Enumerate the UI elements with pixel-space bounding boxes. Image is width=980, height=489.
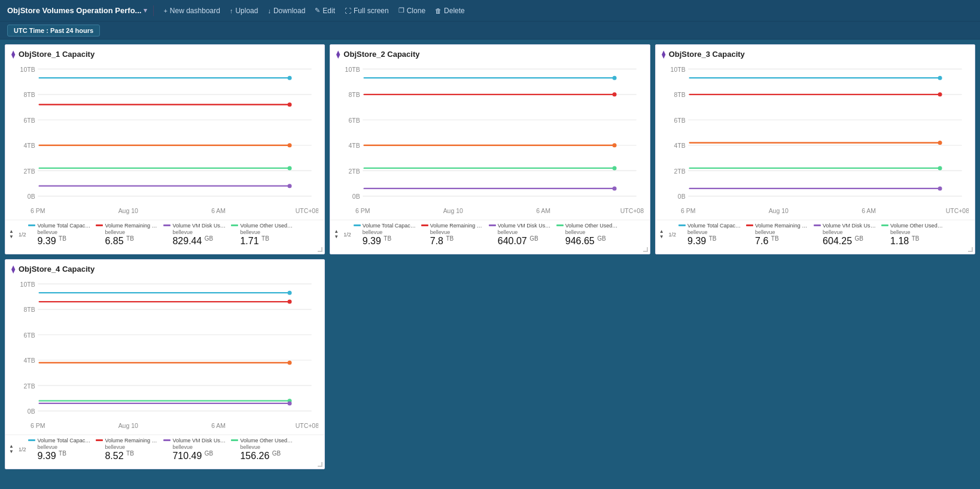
metric-sub-1-4: bellevue [240, 229, 294, 235]
arrow-up-icon[interactable]: ▲ [334, 229, 339, 234]
chart-area-1: 10TB8TB6TB4TB2TB0B6 PMAug 106 AMUTC+08:0… [5, 61, 324, 220]
svg-point-17 [288, 76, 292, 80]
svg-point-69 [938, 76, 942, 80]
metric-label-4-3: Volume VM Disk Used ... [172, 438, 226, 444]
panel-header-3: ⧫ ObjStore_3 Capacity [656, 45, 975, 61]
metric-item-1-2: Volume Remaining Cap... bellevue 6.85 TB [96, 223, 159, 247]
nav-arrows-2: ▲ ▼ [334, 229, 339, 239]
metric-sub-2-2: bellevue [430, 229, 484, 235]
metric-color-bar [678, 224, 686, 226]
upload-label: Upload [235, 7, 258, 15]
svg-point-97 [288, 300, 292, 304]
clone-button[interactable]: ❐ Clone [395, 5, 429, 16]
metric-sub-3-3: bellevue [823, 229, 876, 235]
header: ObjStore Volumes Operation Perfo... ▾ + … [0, 0, 980, 22]
filter-icon[interactable]: ⧫ [11, 265, 15, 274]
arrow-down-icon[interactable]: ▼ [9, 235, 14, 239]
time-prefix: UTC Time : [14, 27, 50, 34]
svg-text:UTC+08:00: UTC+08:00 [296, 423, 319, 429]
panel-resize-corner[interactable] [318, 462, 322, 467]
chevron-down-icon[interactable]: ▾ [144, 7, 147, 14]
download-button[interactable]: ↓ Download [264, 5, 309, 16]
edit-icon: ✎ [315, 7, 320, 14]
page-title: ObjStore Volumes Operation Perfo... ▾ [7, 6, 147, 15]
delete-icon: 🗑 [435, 7, 442, 14]
arrow-down-icon[interactable]: ▼ [659, 235, 664, 239]
metric-sub-2-4: bellevue [565, 229, 619, 235]
edit-button[interactable]: ✎ Edit [311, 5, 339, 16]
header-divider [153, 5, 154, 16]
arrow-down-icon[interactable]: ▼ [334, 235, 339, 239]
panel-header-4: ⧫ ObjStore_4 Capacity [5, 260, 324, 276]
svg-text:6 PM: 6 PM [31, 423, 45, 429]
metric-color-bar [231, 439, 238, 441]
filter-icon[interactable]: ⧫ [662, 50, 665, 59]
metric-item-3-4: Volume Other Used Ca... bellevue 1.18 TB [881, 223, 944, 247]
page-indicator-1: 1/2 [19, 232, 26, 238]
svg-text:UTC+08:00: UTC+08:00 [945, 208, 969, 214]
upload-button[interactable]: ↑ Upload [226, 5, 262, 16]
arrow-down-icon[interactable]: ▼ [9, 449, 14, 454]
svg-point-49 [613, 166, 617, 170]
fullscreen-icon: ⛶ [345, 7, 351, 14]
panel-title-2: ObjStore_2 Capacity [343, 50, 419, 59]
metric-item-1-1: Volume Total Capacit... bellevue 9.39 TB [28, 223, 91, 247]
download-icon: ↓ [267, 7, 271, 14]
metric-label-4-1: Volume Total Capacit... [37, 438, 91, 444]
svg-text:2TB: 2TB [23, 383, 35, 390]
arrow-up-icon[interactable]: ▲ [659, 229, 664, 234]
metric-value-2-3: 640.07 GB [498, 235, 552, 247]
metric-value-1-4: 1.71 TB [240, 235, 294, 247]
svg-text:Aug 10: Aug 10 [118, 208, 138, 214]
arrow-up-icon[interactable]: ▲ [9, 229, 14, 234]
svg-point-51 [613, 186, 617, 190]
fullscreen-button[interactable]: ⛶ Full screen [341, 5, 392, 16]
metric-label-1-3: Volume VM Disk Used ... [172, 223, 226, 229]
delete-button[interactable]: 🗑 Delete [431, 5, 468, 16]
panel-2: ⧫ ObjStore_2 Capacity 10TB8TB6TB4TB2TB0B… [330, 44, 650, 254]
svg-point-45 [613, 92, 617, 96]
panel-3: ⧫ ObjStore_3 Capacity 10TB8TB6TB4TB2TB0B… [655, 44, 975, 254]
metric-label-1-2: Volume Remaining Cap... [105, 223, 159, 229]
metrics-2: ▲ ▼ 1/2 Volume Total Capacit... bellevue… [330, 220, 649, 254]
metric-color-bar [354, 224, 361, 226]
svg-point-47 [613, 143, 617, 147]
metric-value-2-2: 7.8 TB [430, 235, 484, 247]
panel-resize-corner[interactable] [318, 247, 322, 252]
new-dashboard-button[interactable]: + New dashboard [160, 5, 224, 16]
metric-items-3: Volume Total Capacit... bellevue 9.39 TB… [678, 223, 944, 247]
filter-icon[interactable]: ⧫ [11, 50, 15, 59]
edit-label: Edit [322, 7, 335, 15]
panel-4: ⧫ ObjStore_4 Capacity 10TB8TB6TB4TB2TB0B… [5, 259, 325, 469]
svg-text:8TB: 8TB [674, 92, 685, 98]
metrics-nav-4: ▲ ▼ 1/2 Volume Total Capacit... bellevue… [9, 438, 321, 461]
upload-icon: ↑ [230, 7, 233, 14]
svg-point-71 [938, 92, 942, 96]
arrow-up-icon[interactable]: ▲ [9, 444, 14, 449]
metric-value-4-4: 156.26 GB [240, 450, 294, 461]
filter-icon[interactable]: ⧫ [336, 50, 340, 59]
metrics-3: ▲ ▼ 1/2 Volume Total Capacit... bellevue… [656, 220, 975, 254]
panel-resize-corner[interactable] [968, 247, 973, 252]
metric-value-1-2: 6.85 TB [105, 235, 159, 247]
metrics-nav-2: ▲ ▼ 1/2 Volume Total Capacit... bellevue… [334, 223, 646, 247]
svg-text:6 PM: 6 PM [681, 208, 695, 214]
metric-item-2-4: Volume Other Used Ca... bellevue 946.65 … [556, 223, 619, 247]
metric-label-4-2: Volume Remaining Cap... [105, 438, 159, 444]
svg-text:2TB: 2TB [349, 168, 360, 175]
metric-value-3-1: 9.39 TB [687, 235, 741, 247]
time-badge[interactable]: UTC Time : Past 24 hours [7, 25, 100, 37]
panel-1: ⧫ ObjStore_1 Capacity 10TB8TB6TB4TB2TB0B… [5, 44, 325, 254]
metric-label-3-4: Volume Other Used Ca... [890, 223, 944, 229]
svg-text:6 AM: 6 AM [862, 208, 876, 214]
metric-color-bar [556, 224, 564, 226]
svg-text:0B: 0B [352, 193, 360, 200]
svg-text:6TB: 6TB [674, 117, 685, 124]
clone-icon: ❐ [398, 7, 404, 14]
metric-sub-3-4: bellevue [890, 229, 944, 235]
metric-value-3-3: 604.25 GB [823, 235, 876, 247]
panel-resize-corner[interactable] [643, 247, 648, 252]
metric-item-3-2: Volume Remaining Cap... bellevue 7.6 TB [746, 223, 809, 247]
metric-item-2-1: Volume Total Capacit... bellevue 9.39 TB [354, 223, 416, 247]
metric-value-4-3: 710.49 GB [172, 450, 226, 461]
